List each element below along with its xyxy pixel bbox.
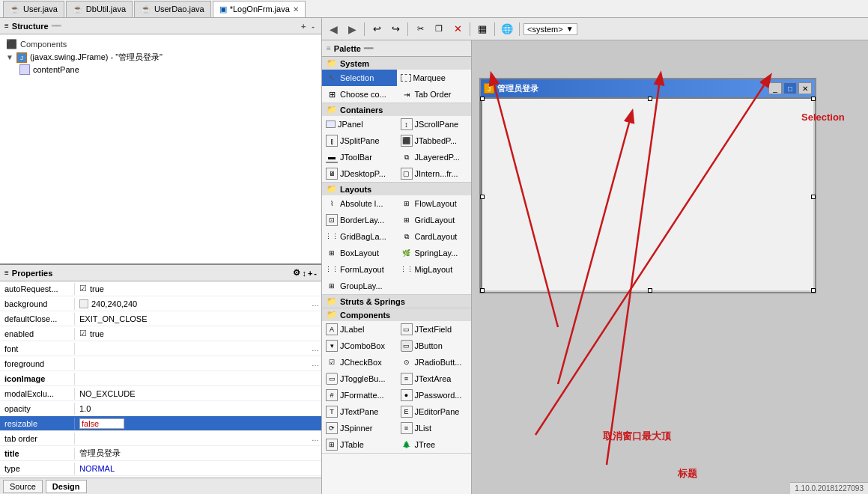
toolbar-btn-back[interactable]: ◀ <box>325 21 342 37</box>
handle-bl[interactable] <box>480 288 485 293</box>
palette-panel: ≡ Palette ━━ 📁 System ↖ <box>322 40 472 494</box>
prop-extra-background[interactable]: … <box>309 299 321 308</box>
tab-userjava[interactable]: ☕ User.java <box>3 1 64 17</box>
palette-item-jsplitpane[interactable]: ⫿ JSplitPane <box>322 132 397 149</box>
toolbar-btn-forward[interactable]: ▶ <box>344 21 360 37</box>
handle-tr[interactable] <box>811 97 816 101</box>
palette-item-jlist[interactable]: ≡ JList <box>397 420 472 436</box>
jframe-close-btn[interactable]: ✕ <box>798 82 812 94</box>
palette-item-jdesktopp[interactable]: 🖥 JDesktopP... <box>322 165 397 182</box>
palette-item-jlayeredp[interactable]: ⧉ JLayeredP... <box>397 149 472 165</box>
palette-scroll[interactable]: 📁 System ↖ Selection Marquee <box>322 57 471 494</box>
prop-extra-btn-font[interactable]: … <box>312 344 319 353</box>
structure-add-btn[interactable]: + <box>299 22 308 31</box>
structure-remove-btn[interactable]: - <box>309 22 317 31</box>
palette-item-jcombobox[interactable]: ▾ JComboBox <box>322 338 397 354</box>
toolbar-system-dropdown[interactable]: <system> ▼ <box>523 23 577 35</box>
prop-extra-taborder[interactable]: … <box>309 434 321 442</box>
tab-dbutiljava[interactable]: ☕ DbUtil.java <box>66 1 133 17</box>
tab-userdaojava[interactable]: ☕ UserDao.java <box>134 1 211 17</box>
palette-section-header-containers[interactable]: 📁 Containers <box>322 103 471 116</box>
palette-item-gridlayout[interactable]: ⊞ GridLayout <box>397 212 472 228</box>
palette-item-jtogglebu[interactable]: ▭ JToggleBu... <box>322 370 397 387</box>
palette-item-jtabbedp[interactable]: ⬛ JTabbedP... <box>397 132 472 149</box>
palette-item-jtoolbar[interactable]: ▬ JToolBar <box>322 149 397 165</box>
handle-tm[interactable] <box>648 97 652 101</box>
palette-item-jlabel[interactable]: A JLabel <box>322 321 397 338</box>
palette-item-formlayout[interactable]: ⋮⋮ FormLayout <box>322 261 397 278</box>
palette-item-marquee[interactable]: Marquee <box>397 70 472 86</box>
tab-logonfrmjava[interactable]: ▣ *LogOnFrm.java ✕ <box>213 1 306 17</box>
canvas-area[interactable]: J 管理员登录 _ □ ✕ <box>472 40 868 494</box>
palette-item-jinternfr[interactable]: ▢ JIntern...fr... <box>397 165 472 182</box>
prop-extra-font[interactable]: … <box>309 344 321 353</box>
props-remove-btn[interactable]: - <box>314 269 317 278</box>
palette-item-jformatte[interactable]: # JFormatte... <box>322 387 397 403</box>
palette-section-header-components[interactable]: 📁 Components <box>322 308 471 321</box>
tab-close-logonfrmjava[interactable]: ✕ <box>293 5 299 13</box>
toolbar-btn-web[interactable]: 🌐 <box>499 21 515 37</box>
palette-item-jpassword[interactable]: ● JPassword... <box>397 387 472 403</box>
palette-item-jtable[interactable]: ⊞ JTable <box>322 436 397 453</box>
jframe-titlebar: J 管理员登录 _ □ ✕ <box>481 79 815 97</box>
handle-br[interactable] <box>811 288 816 293</box>
tree-item-jframe[interactable]: ▼ J (javax.swing.JFrame) - "管理员登录" <box>6 51 318 64</box>
toolbar-btn-redo[interactable]: ↪ <box>387 21 404 37</box>
props-filter-btn[interactable]: ⚙ <box>293 268 300 278</box>
palette-section-header-struts[interactable]: 📁 Struts & Springs <box>322 295 471 308</box>
toolbar-btn-delete[interactable]: ✕ <box>449 21 466 37</box>
palette-item-jtextfield[interactable]: ▭ JTextField <box>397 321 472 338</box>
palette-item-jscrollpane[interactable]: ↕ JScrollPane <box>397 116 472 132</box>
palette-item-jbutton[interactable]: ▭ JButton <box>397 338 472 354</box>
palette-item-taborder[interactable]: ⇥ Tab Order <box>397 86 472 103</box>
tree-expand-jframe[interactable]: ▼ <box>6 53 13 61</box>
prop-extra-btn-taborder[interactable]: … <box>312 434 319 442</box>
palette-item-gridbag[interactable]: ⋮⋮ GridBagLa... <box>322 228 397 245</box>
palette-item-jtextarea[interactable]: ≡ JTextArea <box>397 370 472 387</box>
prop-input-resizable[interactable] <box>79 418 124 429</box>
prop-row-modalexclu: modalExclu... NO_EXCLUDE <box>0 386 321 401</box>
palette-label-absolute: Absolute l... <box>340 199 383 208</box>
prop-extra-btn-background[interactable]: … <box>312 299 319 308</box>
props-sort-btn[interactable]: ↕ <box>302 269 306 278</box>
tab-source[interactable]: Source <box>3 480 43 493</box>
palette-item-springlayout[interactable]: 🌿 SpringLay... <box>397 245 472 261</box>
handle-mr[interactable] <box>811 195 816 199</box>
tab-design[interactable]: Design <box>46 480 87 493</box>
palette-item-jeditorpane[interactable]: E JEditorPane <box>397 403 472 420</box>
toolbar-btn-undo[interactable]: ↩ <box>368 21 385 37</box>
palette-item-cardlayout[interactable]: ⧉ CardLayout <box>397 228 472 245</box>
palette-item-chooseco[interactable]: ⊞ Choose co... <box>322 86 397 103</box>
toolbar-btn-cut[interactable]: ✂ <box>412 21 428 37</box>
palette-item-selection[interactable]: ↖ Selection <box>322 70 397 86</box>
palette-item-jtextpane[interactable]: T JTextPane <box>322 403 397 420</box>
tree-item-contentpane[interactable]: contentPane <box>19 64 318 76</box>
palette-item-borderlayout[interactable]: ⊡ BorderLay... <box>322 212 397 228</box>
prop-extra-btn-foreground[interactable]: … <box>312 359 319 368</box>
palette-section-header-system[interactable]: 📁 System <box>322 57 471 70</box>
props-add-btn[interactable]: + <box>308 269 312 278</box>
palette-item-miglayout[interactable]: ⋮⋮ MigLayout <box>397 261 472 278</box>
prop-value-resizable[interactable] <box>75 417 321 430</box>
palette-folder-containers: 📁 <box>327 105 337 115</box>
jframe-minimize-btn[interactable]: _ <box>768 82 782 94</box>
prop-extra-foreground[interactable]: … <box>309 359 321 368</box>
palette-folder-system: 📁 <box>327 58 337 68</box>
palette-item-jcheckbox[interactable]: ☑ JCheckBox <box>322 354 397 370</box>
palette-item-boxlayout[interactable]: ⊞ BoxLayout <box>322 245 397 261</box>
palette-item-grouplayout[interactable]: ⊞ GroupLay... <box>322 278 397 294</box>
palette-item-jspinner[interactable]: ⟳ JSpinner <box>322 420 397 436</box>
handle-bm[interactable] <box>648 288 652 293</box>
palette-item-absolute[interactable]: ⌇ Absolute l... <box>322 195 397 212</box>
palette-section-header-layouts[interactable]: 📁 Layouts <box>322 183 471 195</box>
toolbar-btn-grid[interactable]: ▦ <box>474 21 491 37</box>
handle-ml[interactable] <box>480 195 485 199</box>
prop-row-resizable[interactable]: resizable <box>0 416 321 431</box>
jframe-maximize-btn[interactable]: □ <box>783 82 797 94</box>
palette-item-jtree[interactable]: 🌲 JTree <box>397 436 472 453</box>
palette-item-flowlayout[interactable]: ⊞ FlowLayout <box>397 195 472 212</box>
palette-item-jpanel[interactable]: JPanel <box>322 116 397 132</box>
palette-item-jradiobutt[interactable]: ⊙ JRadioButt... <box>397 354 472 370</box>
handle-tl[interactable] <box>480 97 485 101</box>
toolbar-btn-copy[interactable]: ❐ <box>431 21 447 37</box>
